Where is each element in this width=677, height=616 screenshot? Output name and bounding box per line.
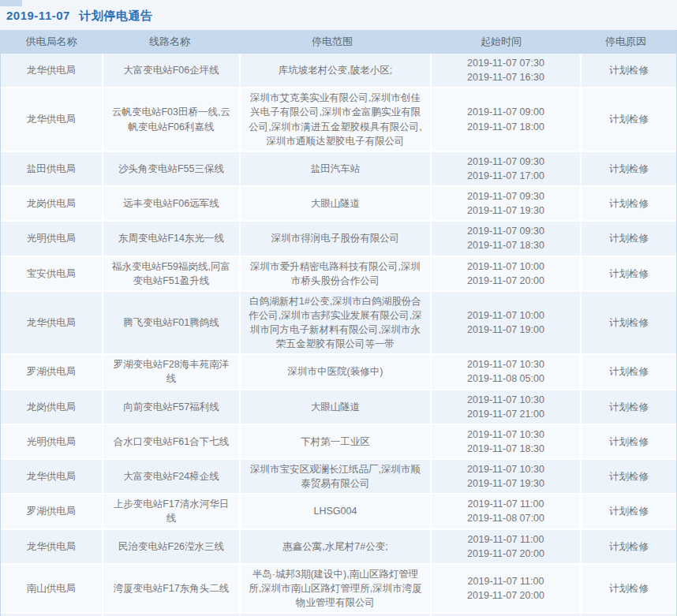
cell-line: 腾飞变电站F01腾鸽线 <box>103 292 239 354</box>
cell-bureau: 南山供电局 <box>1 565 102 612</box>
cell-scope: 惠鑫公寓,水尾村7#公变; <box>241 530 430 563</box>
bureau-text: 宝安供电局 <box>27 267 77 281</box>
cell-line: 大富变电站F24樟企线 <box>103 460 239 493</box>
cell-bureau: 光明供电局 <box>1 222 102 255</box>
cell-line: 云帆变电站F03田桥一线,云帆变电站F06利嘉线 <box>103 88 239 151</box>
table-row: 龙岗供电局 远丰变电站F06远军线 大眼山隧道 2019-11-07 09:30… <box>1 187 676 220</box>
start-time-text: 2019-11-07 11:00 <box>468 532 544 547</box>
cell-line: 上步变电站F17清水河华日线 <box>103 495 239 528</box>
bureau-text: 罗湖供电局 <box>27 504 77 518</box>
cell-reason: 计划检修 <box>582 425 676 458</box>
end-time-text: 2019-11-07 19:00 <box>467 323 544 337</box>
cell-line: 福永变电站F59福岗线,同富变电站F51盈升线 <box>103 257 239 290</box>
table-row: 龙华供电局 大富变电站F06企坪线 库坑坡老村公变,陂老小区; 2019-11-… <box>1 54 676 87</box>
top-strip: 2019-11-07 计划停电通告 <box>0 0 677 30</box>
cell-start-time: 2019-11-07 09:30 2019-11-07 19:30 <box>432 187 580 220</box>
line-text: 远丰变电站F06远军线 <box>123 196 219 211</box>
cell-bureau: 龙华供电局 <box>1 88 102 151</box>
cell-reason: 计划检修 <box>582 292 676 354</box>
scope-text: 半岛·城邦3期(建设中),南山区路灯管理所,深圳市南山区路灯管理所,深圳市湾厦物… <box>246 567 425 610</box>
table-row: 龙华供电局 民治变电站F26滢水三线 惠鑫公寓,水尾村7#公变; 2019-11… <box>1 530 676 563</box>
cell-line: 大富变电站F06企坪线 <box>103 54 239 87</box>
table-row: 宝安供电局 福永变电站F59福岗线,同富变电站F51盈升线 深圳市爱升精密电路科… <box>1 257 676 290</box>
end-time-text: 2019-11-07 20:00 <box>467 274 544 288</box>
bureau-text: 光明供电局 <box>27 231 77 245</box>
scope-text: 深圳市得润电子股份有限公司 <box>271 231 400 245</box>
cell-start-time: 2019-11-07 11:00 2019-11-07 20:00 <box>432 565 580 612</box>
end-time-text: 2019-11-07 19:30 <box>467 476 544 491</box>
cell-reason: 计划检修 <box>582 222 676 255</box>
start-time-text: 2019-11-07 09:30 <box>467 189 544 203</box>
cell-bureau: 罗湖供电局 <box>1 355 102 388</box>
cell-scope: 下村第一工业区 <box>241 425 430 458</box>
start-time-text: 2019-11-07 10:30 <box>467 427 544 442</box>
page: 2019-11-07 计划停电通告 供电局名称 线路名称 停电范围 起始时间 停… <box>0 0 677 616</box>
table-header-row: 供电局名称 线路名称 停电范围 起始时间 停电原因 <box>1 30 676 54</box>
cell-reason: 计划检修 <box>582 152 676 185</box>
line-text: 云帆变电站F03田桥一线,云帆变电站F06利嘉线 <box>109 105 234 133</box>
cell-bureau: 龙岗供电局 <box>1 390 102 424</box>
start-time-text: 2019-11-07 07:30 <box>467 56 544 70</box>
cell-start-time: 2019-11-07 10:30 2019-11-08 05:00 <box>432 355 580 388</box>
table-row: 南山供电局 湾厦变电站F17东角头二线 半岛·城邦3期(建设中),南山区路灯管理… <box>1 565 676 612</box>
reason-text: 计划检修 <box>609 315 649 330</box>
scope-text: 盐田汽车站 <box>311 162 361 176</box>
col-header-reason: 停电原因 <box>575 35 676 49</box>
col-header-scope: 停电范围 <box>238 35 427 49</box>
line-text: 大富变电站F24樟企线 <box>123 469 219 483</box>
end-time-text: 2019-11-07 17:00 <box>467 169 544 183</box>
scope-text: 惠鑫公寓,水尾村7#公变; <box>282 539 387 554</box>
cell-start-time: 2019-11-07 10:30 2019-11-07 21:00 <box>432 390 580 424</box>
cell-scope: 盐田汽车站 <box>241 152 430 185</box>
line-text: 湾厦变电站F17东角头二线 <box>114 581 230 595</box>
cell-scope: 深圳市得润电子股份有限公司 <box>241 222 430 255</box>
cell-start-time: 2019-11-07 10:00 2019-11-07 20:00 <box>432 257 580 290</box>
end-time-text: 2019-11-08 07:00 <box>467 511 544 525</box>
table-row: 盐田供电局 沙头角变电站F55三保线 盐田汽车站 2019-11-07 09:3… <box>1 152 676 185</box>
cell-bureau: 龙华供电局 <box>1 54 102 87</box>
cell-reason: 计划检修 <box>582 187 676 220</box>
reason-text: 计划检修 <box>609 504 649 518</box>
table-row: 光明供电局 东周变电站F14东光一线 深圳市得润电子股份有限公司 2019-11… <box>1 222 676 255</box>
cell-line: 沙头角变电站F55三保线 <box>103 152 239 185</box>
reason-text: 计划检修 <box>609 539 649 554</box>
table-row: 罗湖供电局 上步变电站F17清水河华日线 LHSG004 2019-11-07 … <box>1 495 676 528</box>
scope-text: 深圳市爱升精密电路科技有限公司,深圳市桥头股份合作公司 <box>246 259 425 288</box>
cell-line: 民治变电站F26滢水三线 <box>103 530 239 563</box>
bureau-text: 龙华供电局 <box>27 112 77 126</box>
reason-text: 计划检修 <box>609 196 649 211</box>
end-time-text: 2019-11-07 18:30 <box>467 238 544 252</box>
col-header-line: 线路名称 <box>102 35 238 49</box>
start-time-text: 2019-11-07 10:30 <box>467 393 544 407</box>
bureau-text: 盐田供电局 <box>27 162 77 176</box>
end-time-text: 2019-11-07 16:30 <box>467 70 544 84</box>
end-time-text: 2019-11-07 20:00 <box>467 588 544 603</box>
end-time-text: 2019-11-07 18:30 <box>467 442 544 456</box>
bureau-text: 龙岗供电局 <box>27 196 77 211</box>
line-text: 东周变电站F14东光一线 <box>118 231 224 245</box>
line-text: 福永变电站F59福岗线,同富变电站F51盈升线 <box>109 259 234 288</box>
start-time-text: 2019-11-07 10:30 <box>467 357 544 371</box>
reason-text: 计划检修 <box>609 435 649 449</box>
line-text: 罗湖变电站F28海丰苑南洋线 <box>109 357 234 386</box>
line-text: 上步变电站F17清水河华日线 <box>109 497 234 525</box>
table-row: 龙岗供电局 向前变电站F57福利线 大眼山隧道 2019-11-07 10:30… <box>1 390 676 424</box>
cell-reason: 计划检修 <box>582 355 676 388</box>
table-row: 龙华供电局 腾飞变电站F01腾鸽线 白鸽湖新村1#公变,深圳市白鸽湖股份合作公司… <box>1 292 676 354</box>
cell-line: 合水口变电站F61合下七线 <box>103 425 239 458</box>
table-row: 罗湖供电局 罗湖变电站F28海丰苑南洋线 深圳市中医院(装修中) 2019-11… <box>1 355 676 388</box>
start-time-text: 2019-11-07 09:30 <box>467 155 544 169</box>
cell-scope: 深圳市艾克美实业有限公司,深圳市创佳兴电子有限公司,深圳市金富鹏实业有限公司,深… <box>241 88 430 151</box>
cell-bureau: 龙华供电局 <box>1 530 102 563</box>
cell-scope: 库坑坡老村公变,陂老小区; <box>241 54 430 87</box>
cell-scope: 大眼山隧道 <box>241 390 430 424</box>
reason-text: 计划检修 <box>609 400 649 414</box>
cell-line: 东周变电站F14东光一线 <box>103 222 239 255</box>
cell-reason: 计划检修 <box>582 565 676 612</box>
end-time-text: 2019-11-08 05:00 <box>467 371 544 386</box>
line-text: 大富变电站F06企坪线 <box>123 63 219 77</box>
cell-bureau: 光明供电局 <box>1 425 102 458</box>
col-header-bureau: 供电局名称 <box>1 35 102 49</box>
cell-start-time: 2019-11-07 11:00 2019-11-07 20:00 <box>432 530 580 563</box>
cell-scope: LHSG004 <box>241 495 430 528</box>
